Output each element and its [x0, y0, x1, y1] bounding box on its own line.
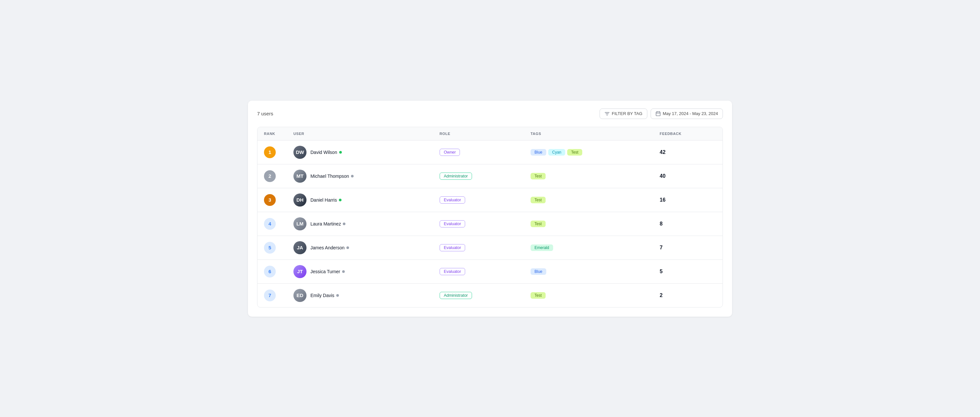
tag: Test — [531, 220, 546, 227]
feedback-cell: 16 — [653, 188, 722, 212]
table-row: 6JTJessica TurnerEvaluatorBlue5 — [258, 260, 722, 283]
table-row: 5JAJames AndersonEvaluatorEmerald7 — [258, 236, 722, 260]
tag: Cyan — [548, 149, 565, 155]
rank-cell: 3 — [258, 188, 287, 212]
role-cell: Evaluator — [433, 260, 524, 283]
date-range-button[interactable]: May 17, 2024 - May 23, 2024 — [651, 108, 723, 119]
col-rank: RANK — [258, 127, 287, 141]
status-dot — [339, 151, 342, 154]
rank-badge: 2 — [264, 170, 276, 182]
status-dot — [336, 294, 339, 297]
user-cell: MTMichael Thompson — [287, 164, 433, 188]
user-name: Jessica Turner — [310, 269, 340, 274]
role-badge: Owner — [440, 149, 460, 156]
header-actions: FILTER BY TAG May 17, 2024 - May 23, 202… — [600, 108, 723, 119]
user-name: Michael Thompson — [310, 174, 349, 179]
tag: Test — [531, 197, 546, 203]
header-row: 7 users FILTER BY TAG May 17, 2024 - May… — [257, 108, 723, 119]
table-row: 4LMLaura MartinezEvaluatorTest8 — [258, 212, 722, 236]
status-dot — [339, 199, 342, 201]
status-dot — [342, 270, 345, 273]
users-count: 7 users — [257, 111, 273, 116]
table-row: 3DHDaniel HarrisEvaluatorTest16 — [258, 188, 722, 212]
rank-cell: 7 — [258, 283, 287, 307]
rank-cell: 2 — [258, 164, 287, 188]
role-cell: Evaluator — [433, 236, 524, 260]
avatar: JA — [293, 241, 307, 254]
role-cell: Evaluator — [433, 188, 524, 212]
rank-cell: 4 — [258, 212, 287, 236]
col-user: USER — [287, 127, 433, 141]
status-dot — [347, 246, 349, 249]
avatar: DW — [293, 146, 307, 159]
users-table: RANK USER ROLE TAGS FEEDBACK 1DWDavid Wi… — [258, 127, 722, 307]
role-cell: Owner — [433, 140, 524, 164]
tags-cell: Emerald — [524, 236, 653, 260]
feedback-cell: 42 — [653, 140, 722, 164]
role-badge: Evaluator — [440, 197, 466, 204]
tag: Blue — [531, 268, 546, 275]
tags-cell: Test — [524, 164, 653, 188]
status-dot — [343, 222, 345, 225]
role-cell: Evaluator — [433, 212, 524, 236]
tag: Test — [531, 173, 546, 179]
user-cell: JTJessica Turner — [287, 260, 433, 283]
role-badge: Evaluator — [440, 244, 466, 251]
feedback-cell: 2 — [653, 283, 722, 307]
rank-badge: 6 — [264, 266, 276, 277]
filter-by-tag-button[interactable]: FILTER BY TAG — [600, 108, 648, 119]
svg-rect-3 — [656, 112, 660, 116]
rank-cell: 1 — [258, 140, 287, 164]
role-cell: Administrator — [433, 283, 524, 307]
tag: Test — [567, 149, 582, 155]
avatar: ED — [293, 289, 307, 302]
user-cell: DWDavid Wilson — [287, 140, 433, 164]
rank-badge: 1 — [264, 146, 276, 158]
tag: Emerald — [531, 244, 553, 251]
tags-cell: BlueCyanTest — [524, 140, 653, 164]
user-name: Emily Davis — [310, 293, 334, 298]
role-badge: Evaluator — [440, 268, 466, 275]
rank-badge: 7 — [264, 290, 276, 301]
users-table-wrap: RANK USER ROLE TAGS FEEDBACK 1DWDavid Wi… — [257, 127, 723, 308]
role-badge: Administrator — [440, 292, 473, 299]
table-row: 7EDEmily DavisAdministratorTest2 — [258, 283, 722, 307]
feedback-cell: 7 — [653, 236, 722, 260]
feedback-cell: 8 — [653, 212, 722, 236]
user-name: David Wilson — [310, 150, 337, 155]
table-row: 1DWDavid WilsonOwnerBlueCyanTest42 — [258, 140, 722, 164]
user-cell: EDEmily Davis — [287, 283, 433, 307]
col-tags: TAGS — [524, 127, 653, 141]
rank-cell: 5 — [258, 236, 287, 260]
avatar: LM — [293, 217, 307, 230]
avatar: DH — [293, 193, 307, 206]
user-name: Daniel Harris — [310, 197, 337, 203]
user-cell: JAJames Anderson — [287, 236, 433, 260]
avatar: JT — [293, 265, 307, 278]
tag: Blue — [531, 149, 546, 155]
user-name: James Anderson — [310, 245, 344, 251]
role-cell: Administrator — [433, 164, 524, 188]
main-container: 7 users FILTER BY TAG May 17, 2024 - May… — [248, 101, 732, 317]
col-role: ROLE — [433, 127, 524, 141]
tags-cell: Test — [524, 283, 653, 307]
rank-badge: 5 — [264, 242, 276, 254]
role-badge: Administrator — [440, 173, 473, 180]
feedback-cell: 40 — [653, 164, 722, 188]
col-feedback: FEEDBACK — [653, 127, 722, 141]
user-name: Laura Martinez — [310, 221, 341, 227]
tags-cell: Blue — [524, 260, 653, 283]
rank-badge: 4 — [264, 218, 276, 230]
feedback-cell: 5 — [653, 260, 722, 283]
status-dot — [351, 175, 353, 178]
filter-icon — [605, 111, 610, 116]
user-cell: DHDaniel Harris — [287, 188, 433, 212]
tags-cell: Test — [524, 212, 653, 236]
tags-cell: Test — [524, 188, 653, 212]
rank-cell: 6 — [258, 260, 287, 283]
tag: Test — [531, 292, 546, 299]
calendar-icon — [655, 111, 661, 116]
table-row: 2MTMichael ThompsonAdministratorTest40 — [258, 164, 722, 188]
role-badge: Evaluator — [440, 220, 466, 227]
avatar: MT — [293, 170, 307, 183]
